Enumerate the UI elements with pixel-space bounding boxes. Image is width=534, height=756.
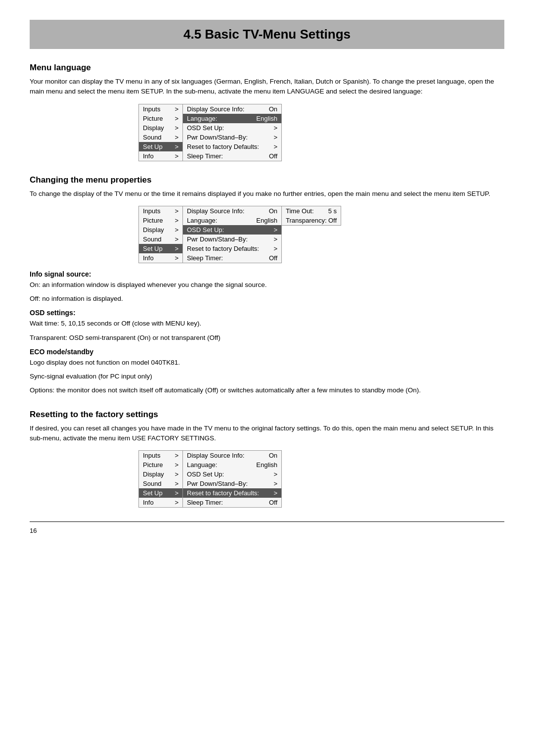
bottom-rule (30, 521, 504, 522)
menu-item-inputs-1: Inputs> (139, 104, 182, 114)
info-signal-body1: On: an information window is displayed w… (30, 280, 504, 290)
section-menu-language: Menu language Your monitor can display t… (30, 63, 504, 161)
eco-mode-body3: Options: the monitor does not switch its… (30, 385, 504, 395)
submenu-display-source-1: Display Source Info:On (183, 104, 281, 114)
osd-settings-body2: Transparent: OSD semi-transparent (On) o… (30, 333, 504, 343)
main-menu-col-2: Inputs> Picture> Display> Sound> Set Up>… (138, 206, 183, 263)
menu-item-inputs-3: Inputs> (139, 451, 182, 460)
main-menu-col-1: Inputs> Picture> Display> Sound> Set Up>… (138, 104, 183, 161)
menu-item-display-3: Display> (139, 470, 182, 479)
page-number: 16 (30, 527, 504, 534)
eco-mode-heading: ECO mode/standby (30, 348, 504, 356)
menu-item-sound-2: Sound> (139, 235, 182, 244)
submenu-pwr-down-1: Pwr Down/Stand–By:> (183, 133, 281, 142)
info-signal-body2: Off: no information is displayed. (30, 294, 504, 304)
section-resetting: Resetting to the factory settings If des… (30, 410, 504, 508)
menu-item-info-2: Info> (139, 253, 182, 263)
submenu-osd-setup-1: OSD Set Up:> (183, 123, 281, 133)
menu-diagram-1: Inputs> Picture> Display> Sound> Set Up>… (138, 104, 396, 161)
section-body-menu-language: Your monitor can display the TV menu in … (30, 77, 504, 97)
main-menu-col-3: Inputs> Picture> Display> Sound> Set Up>… (138, 450, 183, 508)
submenu2-col-2: Time Out:5 s Transparency:Off (282, 206, 341, 226)
submenu-pwr-down-3: Pwr Down/Stand–By:> (183, 479, 281, 488)
submenu2-timeout-2: Time Out:5 s (282, 206, 341, 216)
menu-item-picture-3: Picture> (139, 460, 182, 470)
submenu-osd-setup-3: OSD Set Up:> (183, 470, 281, 479)
submenu-reset-3: Reset to factory Defaults:> (183, 488, 281, 498)
submenu-language-3: Language:English (183, 460, 281, 470)
info-signal-heading: Info signal source: (30, 270, 504, 278)
page-title-bar: 4.5 Basic TV-Menu Settings (30, 20, 504, 49)
submenu-pwr-down-2: Pwr Down/Stand–By:> (183, 235, 281, 244)
submenu-sleep-1: Sleep Timer:Off (183, 151, 281, 161)
menu-item-setup-3: Set Up> (139, 488, 182, 498)
submenu-reset-1: Reset to factory Defaults:> (183, 142, 281, 151)
page-title: 4.5 Basic TV-Menu Settings (30, 27, 504, 42)
section-heading-menu-language: Menu language (30, 63, 504, 73)
submenu-reset-2: Reset to factory Defaults:> (183, 244, 281, 253)
submenu-sleep-3: Sleep Timer:Off (183, 498, 281, 507)
eco-mode-block: ECO mode/standby Logo display does not f… (30, 348, 504, 396)
osd-settings-body1: Wait time: 5, 10,15 seconds or Off (clos… (30, 319, 504, 329)
menu-diagram-2: Inputs> Picture> Display> Sound> Set Up>… (138, 206, 396, 263)
menu-item-display-2: Display> (139, 225, 182, 235)
eco-mode-body1: Logo display does not function on model … (30, 358, 504, 368)
menu-item-picture-1: Picture> (139, 114, 182, 123)
menu-item-sound-1: Sound> (139, 133, 182, 142)
menu-item-inputs-2: Inputs> (139, 206, 182, 216)
submenu-display-source-2: Display Source Info:On (183, 206, 281, 216)
submenu2-transparency-2: Transparency:Off (282, 216, 341, 225)
submenu-col-2: Display Source Info:On Language:English … (183, 206, 282, 263)
submenu-display-source-3: Display Source Info:On (183, 451, 281, 460)
osd-settings-heading: OSD settings: (30, 309, 504, 317)
submenu-col-1: Display Source Info:On Language:English … (183, 104, 282, 161)
menu-item-sound-3: Sound> (139, 479, 182, 488)
section-changing-menu: Changing the menu properties To change t… (30, 175, 504, 396)
menu-diagram-3: Inputs> Picture> Display> Sound> Set Up>… (138, 450, 396, 508)
submenu-language-1: Language:English (183, 114, 281, 123)
section-body-changing: To change the display of the TV menu or … (30, 189, 504, 199)
section-body-resetting: If desired, you can reset all changes yo… (30, 424, 504, 444)
submenu-osd-setup-2: OSD Set Up:> (183, 225, 281, 235)
submenu-sleep-2: Sleep Timer:Off (183, 253, 281, 263)
submenu-language-2: Language:English (183, 216, 281, 225)
menu-item-setup-2: Set Up> (139, 244, 182, 253)
menu-item-picture-2: Picture> (139, 216, 182, 225)
menu-item-info-3: Info> (139, 498, 182, 507)
osd-settings-block: OSD settings: Wait time: 5, 10,15 second… (30, 309, 504, 343)
menu-item-info-1: Info> (139, 151, 182, 161)
menu-item-setup-1: Set Up> (139, 142, 182, 151)
submenu-col-3: Display Source Info:On Language:English … (183, 450, 282, 508)
info-signal-block: Info signal source: On: an information w… (30, 270, 504, 304)
eco-mode-body2: Sync-signal evaluation (for PC input onl… (30, 372, 504, 381)
section-heading-resetting: Resetting to the factory settings (30, 410, 504, 420)
menu-item-display-1: Display> (139, 123, 182, 133)
section-heading-changing: Changing the menu properties (30, 175, 504, 185)
